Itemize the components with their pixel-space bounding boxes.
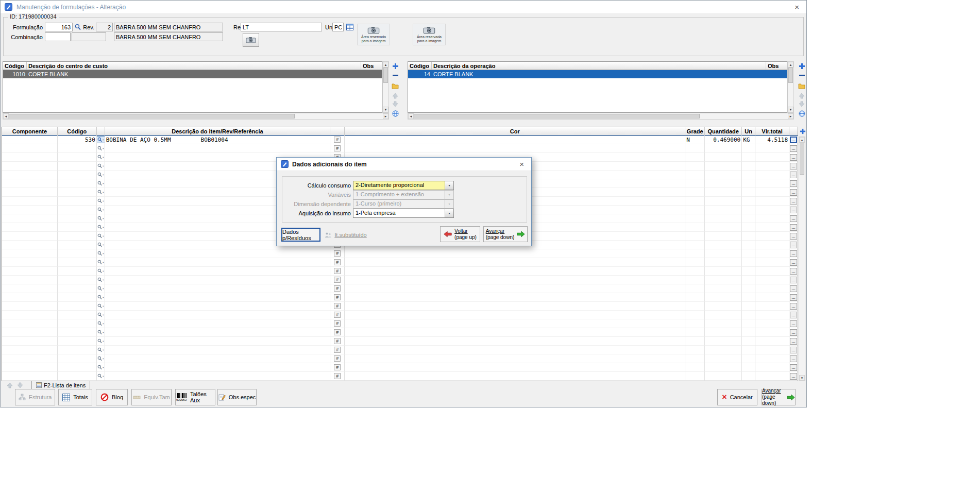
color-picker-button[interactable]: # <box>334 145 341 151</box>
table-row[interactable]: 1010 CORTE BLANK <box>3 70 382 78</box>
more-button[interactable]: ... <box>790 145 797 152</box>
scroll-up-icon[interactable]: ▲ <box>383 62 388 67</box>
obs-espec-button[interactable]: Obs.espec <box>217 389 257 405</box>
color-picker-button[interactable]: # <box>334 320 341 327</box>
item-lookup-icon[interactable]: ▾ <box>97 303 105 310</box>
item-lookup-icon[interactable]: ▾ <box>97 145 105 152</box>
tab-f2-lista-de-itens[interactable]: F2-Lista de itens <box>31 381 90 389</box>
ref-input[interactable] <box>241 23 322 31</box>
table-row[interactable]: ▾ # ... <box>2 328 798 337</box>
more-button[interactable]: ... <box>790 198 797 205</box>
color-picker-button[interactable]: # <box>334 347 341 353</box>
more-button[interactable]: ... <box>790 215 797 222</box>
item-lookup-icon[interactable]: ▾ <box>97 355 105 362</box>
more-button[interactable]: ... <box>790 137 797 143</box>
color-picker-button[interactable]: # <box>334 277 341 283</box>
cost-center-vscrollbar[interactable]: ▲ ▼ <box>382 61 389 113</box>
add-row-icon[interactable] <box>391 62 399 70</box>
table-row[interactable]: ▾ # ... <box>2 319 798 328</box>
more-button[interactable]: ... <box>790 285 797 292</box>
color-picker-button[interactable]: # <box>334 137 341 143</box>
item-lookup-icon[interactable]: ▾ <box>97 259 105 266</box>
more-button[interactable]: ... <box>790 329 797 336</box>
calculo-consumo-select[interactable]: 2-Diretamente proporcional ▼ <box>353 181 454 190</box>
more-button[interactable]: ... <box>790 189 797 196</box>
scrollbar-thumb[interactable] <box>800 143 804 175</box>
color-picker-button[interactable]: # <box>334 250 341 257</box>
table-row[interactable]: ▾ # ... <box>2 249 798 258</box>
avancar-dialog-button[interactable]: Avançar (page down) <box>483 226 528 242</box>
more-button[interactable]: ... <box>790 312 797 318</box>
item-lookup-icon[interactable]: ▾ <box>97 347 105 353</box>
nav-up-icon[interactable] <box>6 381 14 389</box>
move-up-icon[interactable] <box>391 92 399 100</box>
more-button[interactable]: ... <box>790 277 797 283</box>
item-lookup-icon[interactable]: ▾ <box>97 338 105 345</box>
more-button[interactable]: ... <box>790 373 797 380</box>
items-vscrollbar[interactable]: ▲ ▼ <box>799 137 805 381</box>
operation-hscrollbar[interactable]: ◄ ► <box>408 113 794 120</box>
item-lookup-icon[interactable]: ▾ <box>97 172 105 178</box>
un-input[interactable] <box>332 23 344 31</box>
table-row[interactable]: ▾ # ... <box>2 284 798 293</box>
scroll-left-icon[interactable]: ◄ <box>408 113 414 119</box>
item-lookup-icon[interactable]: ▾ <box>97 294 105 301</box>
table-row[interactable]: ▾ # ... <box>2 311 798 319</box>
more-button[interactable]: ... <box>790 303 797 310</box>
table-row[interactable]: ▾ # ... <box>2 258 798 267</box>
scrollbar-thumb[interactable] <box>788 67 793 83</box>
descricao-input[interactable] <box>114 23 223 31</box>
avancar-button[interactable]: Avançar (page down) <box>762 389 796 405</box>
color-picker-button[interactable]: # <box>334 364 341 370</box>
aquisicao-insumo-select[interactable]: 1-Pela empresa ▼ <box>353 209 454 218</box>
un-table-lookup-icon[interactable] <box>345 23 354 31</box>
voltar-button[interactable]: Voltar (page up) <box>440 226 480 242</box>
item-lookup-icon[interactable]: ▾ <box>97 198 105 205</box>
table-row[interactable]: ▾ # ... <box>2 302 798 311</box>
table-row[interactable]: ▾ # ... <box>2 372 798 381</box>
item-lookup-icon[interactable]: ▾ <box>97 180 105 187</box>
scroll-down-icon[interactable]: ▼ <box>383 107 388 112</box>
item-lookup-icon[interactable]: ▾ <box>97 233 105 240</box>
more-button[interactable]: ... <box>790 172 797 178</box>
descricao2-input[interactable] <box>114 32 223 41</box>
combinacao-input-1[interactable] <box>45 32 71 41</box>
item-lookup-icon[interactable]: ▾ <box>97 329 105 336</box>
equiv-tam-button[interactable]: Equiv.Tam <box>131 389 172 405</box>
remove-row-icon[interactable] <box>391 71 399 79</box>
table-row-selected[interactable]: 530 ▾ BOBINA DE AÇO 0,5MM BOB01004 # N 0… <box>2 135 798 144</box>
window-close-icon[interactable]: × <box>791 3 802 11</box>
items-add-row-icon[interactable] <box>799 127 807 135</box>
color-picker-button[interactable]: # <box>334 303 341 309</box>
more-button[interactable]: ... <box>790 355 797 362</box>
item-lookup-icon[interactable]: ▾ <box>97 312 105 318</box>
more-button[interactable]: ... <box>790 294 797 301</box>
formulacao-input[interactable] <box>45 23 73 31</box>
color-picker-button[interactable]: # <box>334 268 341 274</box>
more-button[interactable]: ... <box>790 338 797 345</box>
item-lookup-icon[interactable]: ▾ <box>97 163 105 169</box>
dropdown-arrow-icon[interactable]: ▼ <box>445 209 453 217</box>
table-row[interactable]: ▾ # ... <box>2 293 798 302</box>
refresh-globe-icon[interactable] <box>391 109 399 117</box>
item-lookup-icon[interactable]: ▾ <box>97 242 105 248</box>
move-down-icon[interactable] <box>391 100 399 108</box>
bloq-button[interactable]: Bloq <box>96 389 128 405</box>
table-row[interactable]: ▾ # ... <box>2 267 798 276</box>
scroll-down-icon[interactable]: ▼ <box>799 375 805 381</box>
color-picker-button[interactable]: # <box>334 338 341 344</box>
item-lookup-icon[interactable]: ▾ <box>97 277 105 283</box>
scrollbar-thumb[interactable] <box>383 67 388 83</box>
scroll-right-icon[interactable]: ► <box>383 113 388 119</box>
remove-row-icon[interactable] <box>798 71 806 79</box>
combinacao-input-2[interactable] <box>72 32 106 41</box>
item-lookup-icon[interactable]: ▾ <box>97 364 105 371</box>
table-row[interactable]: 14 CORTE BLANK <box>408 70 787 78</box>
scrollbar-thumb[interactable] <box>414 114 700 118</box>
more-button[interactable]: ... <box>790 242 797 248</box>
scroll-up-icon[interactable]: ▲ <box>799 137 805 143</box>
more-button[interactable]: ... <box>790 224 797 231</box>
table-row[interactable]: ▾ # ... <box>2 354 798 363</box>
more-button[interactable]: ... <box>790 320 797 327</box>
totais-button[interactable]: Totais <box>58 389 92 405</box>
